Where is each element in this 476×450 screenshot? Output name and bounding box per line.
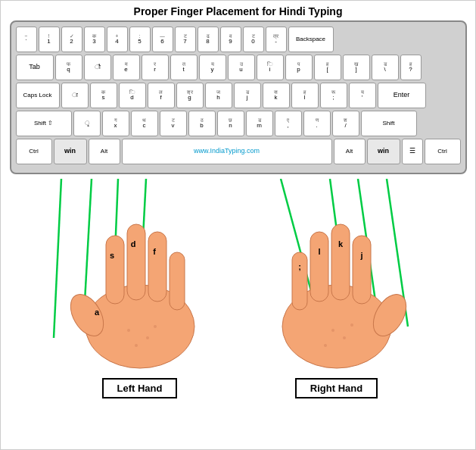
key-alt-left[interactable]: Alt xyxy=(89,139,120,164)
key-7: ट7 xyxy=(175,27,196,52)
key-row-3: Caps Lock ा कs िd लf श्रg जh डj सk हl रू… xyxy=(16,83,461,108)
key-s: कs xyxy=(90,83,117,108)
key-shift-left[interactable]: Shift ⇧ xyxy=(16,111,72,136)
key-backslash: ड\ xyxy=(372,55,399,80)
key-1: !1 xyxy=(39,27,60,52)
key-t: तt xyxy=(170,55,198,80)
svg-point-18 xyxy=(127,329,130,332)
key-win-left[interactable]: win xyxy=(54,139,87,164)
key-d: िd xyxy=(119,83,146,108)
right-hand-container: ; l k j Right Hand xyxy=(261,198,412,398)
right-hand-label: Right Hand xyxy=(295,378,378,398)
key-z: ृ xyxy=(73,111,101,136)
svg-rect-26 xyxy=(331,224,350,300)
svg-point-19 xyxy=(146,336,149,339)
key-enter[interactable]: Enter xyxy=(378,83,426,108)
key-8: ढ8 xyxy=(198,27,219,52)
page-title: Proper Finger Placement for Hindi Typing xyxy=(1,1,475,20)
key-f: लf xyxy=(148,83,175,108)
hands-area: s d f a Left Hand xyxy=(1,179,475,398)
key-4: +4 xyxy=(107,27,128,52)
key-2: ✓2 xyxy=(61,27,82,52)
key-q: फq xyxy=(55,55,82,80)
svg-text:d: d xyxy=(130,239,135,248)
key-a: ा xyxy=(61,83,89,108)
svg-text:j: j xyxy=(359,251,362,260)
left-hand-svg: s d f a xyxy=(64,198,216,372)
key-n: छn xyxy=(217,111,244,136)
key-c: थc xyxy=(131,111,158,136)
svg-rect-10 xyxy=(106,236,124,304)
svg-point-32 xyxy=(331,329,334,332)
key-5: :5 xyxy=(129,27,151,52)
svg-text:l: l xyxy=(318,247,320,256)
key-q2: ह? xyxy=(400,55,422,80)
key-y: यy xyxy=(199,55,226,80)
right-hand-svg: ; l k j xyxy=(261,198,412,372)
key-menu[interactable]: ☰ xyxy=(402,139,423,164)
key-period: ण. xyxy=(303,111,331,136)
svg-text:;: ; xyxy=(298,262,301,271)
svg-rect-25 xyxy=(310,232,328,302)
key-x: गx xyxy=(102,111,129,136)
svg-rect-11 xyxy=(127,224,145,300)
key-semi: रू; xyxy=(320,83,347,108)
key-minus: त्र- xyxy=(266,27,287,52)
left-hand-label: Left Hand xyxy=(102,378,178,398)
key-9: व9 xyxy=(220,27,241,52)
svg-rect-27 xyxy=(353,236,371,304)
key-l: हl xyxy=(291,83,319,108)
key-ctrl-right[interactable]: Ctrl xyxy=(425,139,461,164)
key-j: डj xyxy=(234,83,261,108)
key-e: मe xyxy=(113,55,140,80)
key-space[interactable]: www.IndiaTyping.com xyxy=(122,139,332,164)
svg-point-33 xyxy=(343,336,346,339)
key-tab: Tab xyxy=(16,55,54,80)
svg-text:f: f xyxy=(153,247,156,256)
svg-rect-12 xyxy=(148,232,166,302)
svg-point-34 xyxy=(324,344,327,347)
key-quote: य' xyxy=(349,83,376,108)
svg-rect-24 xyxy=(292,252,307,310)
key-v: टv xyxy=(160,111,187,136)
key-bracket-r: ख़] xyxy=(343,55,370,80)
main-container: Proper Finger Placement for Hindi Typing… xyxy=(0,0,476,450)
key-row-5: Ctrl win Alt www.IndiaTyping.com Alt win… xyxy=(16,139,461,164)
svg-point-35 xyxy=(350,323,353,327)
key-bracket-l: ह[ xyxy=(314,55,341,80)
key-slash: श/ xyxy=(332,111,359,136)
key-u: उu xyxy=(228,55,255,80)
svg-text:a: a xyxy=(94,308,99,317)
key-h: जh xyxy=(205,83,232,108)
svg-line-0 xyxy=(54,179,61,338)
key-6: —6 xyxy=(152,27,173,52)
key-i: िi xyxy=(257,55,284,80)
key-g: श्रg xyxy=(176,83,204,108)
key-capslock[interactable]: Caps Lock xyxy=(16,83,60,108)
key-alt-right[interactable]: Alt xyxy=(334,139,366,164)
key-r: रr xyxy=(142,55,169,80)
key-m: डm xyxy=(246,111,273,136)
key-3: क3 xyxy=(84,27,105,52)
svg-point-20 xyxy=(135,344,138,347)
key-row-1: ~` !1 ✓2 क3 +4 :5 —6 ट7 ढ8 व9 ट0 त्र- Ba… xyxy=(16,27,461,52)
keyboard-diagram: ~` !1 ✓2 क3 +4 :5 —6 ट7 ढ8 व9 ट0 त्र- Ba… xyxy=(10,20,467,174)
svg-text:k: k xyxy=(338,239,343,248)
key-shift-right[interactable]: Shift xyxy=(361,111,417,136)
key-backtick: ~` xyxy=(16,27,37,52)
key-row-2: Tab फq ौ मe रr तt यy उu िi पp ह[ ख़] ड\ … xyxy=(16,55,461,80)
key-row-4: Shift ⇧ ृ गx थc टv ठb छn डm ए, ण. श/ Shi… xyxy=(16,111,461,136)
key-b: ठb xyxy=(188,111,216,136)
svg-point-21 xyxy=(154,325,157,328)
key-win-right[interactable]: win xyxy=(367,139,400,164)
key-comma: ए, xyxy=(275,111,302,136)
key-p: पp xyxy=(285,55,313,80)
svg-text:s: s xyxy=(109,251,114,260)
key-ctrl-left[interactable]: Ctrl xyxy=(16,139,52,164)
key-w: ौ xyxy=(84,55,111,80)
svg-rect-13 xyxy=(170,252,185,310)
left-hand-container: s d f a Left Hand xyxy=(64,198,216,398)
key-backspace: Backspace xyxy=(288,27,334,52)
key-0: ट0 xyxy=(243,27,264,52)
key-k: सk xyxy=(263,83,290,108)
